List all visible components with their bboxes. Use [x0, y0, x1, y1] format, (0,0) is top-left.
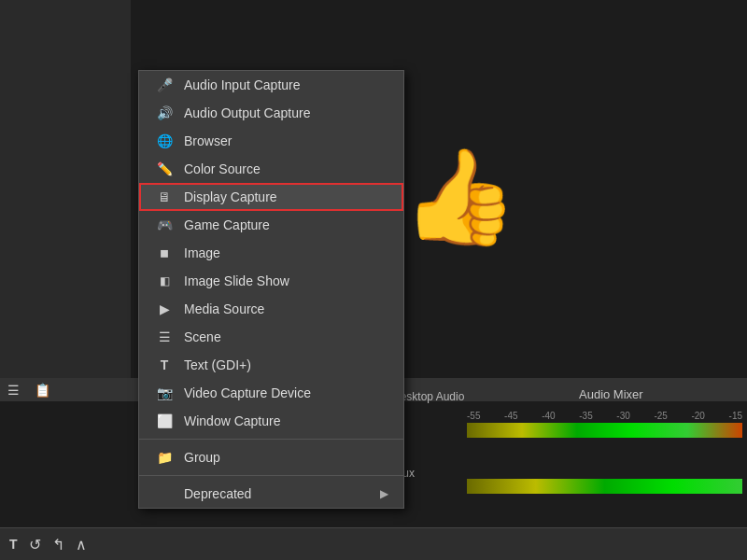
context-menu: 🎤 Audio Input Capture 🔊 Audio Output Cap…	[138, 70, 404, 509]
menu-item-color-source[interactable]: ✏️ Color Source	[139, 155, 403, 183]
tick-55: -55	[467, 411, 480, 421]
menu-item-display-capture-label: Display Capture	[184, 189, 388, 204]
tick-30: -30	[616, 411, 629, 421]
tick-20: -20	[691, 411, 704, 421]
tab-icon-2: 📋	[35, 383, 50, 398]
tick-25: -25	[654, 411, 667, 421]
window-capture-icon: ⬜	[154, 413, 175, 428]
menu-item-media-source-label: Media Source	[184, 301, 388, 316]
menu-item-color-source-label: Color Source	[184, 161, 388, 176]
menu-item-image[interactable]: ◼ Image	[139, 239, 403, 267]
audio-input-capture-icon: 🎤	[154, 77, 175, 92]
menu-item-scene[interactable]: ☰ Scene	[139, 323, 403, 351]
menu-item-video-capture-device[interactable]: 📷 Video Capture Device	[139, 379, 403, 407]
menu-item-media-source[interactable]: ▶ Media Source	[139, 295, 403, 323]
menu-item-group-label: Group	[184, 450, 388, 465]
thumbs-up-emoji: 👍	[402, 149, 518, 243]
menu-item-browser-label: Browser	[184, 133, 388, 148]
menu-item-video-capture-device-label: Video Capture Device	[184, 385, 388, 400]
desktop-audio-bar	[467, 423, 742, 438]
image-slide-show-icon: ◧	[154, 274, 175, 287]
menu-item-text-gdi-label: Text (GDI+)	[184, 357, 388, 372]
menu-item-audio-input-capture[interactable]: 🎤 Audio Input Capture	[139, 71, 403, 99]
desktop-audio-level	[467, 423, 742, 438]
game-capture-icon: 🎮	[154, 217, 175, 232]
tab-icon-1: ☰	[7, 383, 20, 398]
bottom-icon-t[interactable]: T	[9, 537, 18, 552]
bottom-icon-up[interactable]: ∧	[76, 536, 87, 553]
menu-item-deprecated-label: Deprecated	[184, 486, 380, 501]
tick-45: -45	[504, 411, 517, 421]
menu-item-image-slide-show-label: Image Slide Show	[184, 273, 388, 288]
menu-item-text-gdi[interactable]: T Text (GDI+)	[139, 351, 403, 379]
text-gdi-icon: T	[154, 357, 175, 372]
media-source-icon: ▶	[154, 301, 175, 316]
audio-mixer-title: Audio Mixer	[579, 387, 643, 401]
menu-item-browser[interactable]: 🌐 Browser	[139, 127, 403, 155]
color-source-icon: ✏️	[154, 161, 175, 176]
menu-item-scene-label: Scene	[184, 329, 388, 344]
menu-item-game-capture-label: Game Capture	[184, 217, 388, 232]
menu-divider-2	[139, 475, 403, 476]
bottom-control-bar: T ↺ ↰ ∧	[0, 527, 747, 560]
tick-40: -40	[542, 411, 555, 421]
menu-item-audio-output-capture[interactable]: 🔊 Audio Output Capture	[139, 99, 403, 127]
menu-item-audio-output-capture-label: Audio Output Capture	[184, 105, 388, 120]
left-panel-background	[0, 0, 131, 383]
tick-15: -15	[729, 411, 742, 421]
display-capture-icon: 🖥	[154, 189, 175, 204]
video-capture-device-icon: 📷	[154, 385, 175, 400]
menu-item-deprecated[interactable]: Deprecated ▶	[139, 480, 403, 508]
menu-item-display-capture[interactable]: 🖥 Display Capture	[139, 183, 403, 211]
deprecated-arrow: ▶	[380, 487, 388, 500]
browser-icon: 🌐	[154, 133, 175, 148]
bottom-icon-back[interactable]: ↰	[52, 536, 64, 553]
bottom-icon-rotate[interactable]: ↺	[29, 536, 41, 553]
menu-divider-1	[139, 439, 403, 440]
menu-item-game-capture[interactable]: 🎮 Game Capture	[139, 211, 403, 239]
menu-item-audio-input-capture-label: Audio Input Capture	[184, 77, 388, 92]
menu-item-image-slide-show[interactable]: ◧ Image Slide Show	[139, 267, 403, 295]
menu-item-image-label: Image	[184, 245, 388, 260]
group-icon: 📁	[154, 450, 175, 465]
audio-output-capture-icon: 🔊	[154, 105, 175, 120]
image-icon: ◼	[154, 246, 175, 259]
aux-bar	[467, 479, 742, 494]
scene-icon: ☰	[154, 329, 175, 344]
menu-item-window-capture[interactable]: ⬜ Window Capture	[139, 407, 403, 435]
tick-35: -35	[579, 411, 592, 421]
menu-item-group[interactable]: 📁 Group	[139, 443, 403, 471]
menu-item-window-capture-label: Window Capture	[184, 413, 388, 428]
aux-level	[467, 479, 742, 494]
mixer-scale-ticks: -55 -45 -40 -35 -30 -25 -20 -15	[467, 411, 742, 421]
